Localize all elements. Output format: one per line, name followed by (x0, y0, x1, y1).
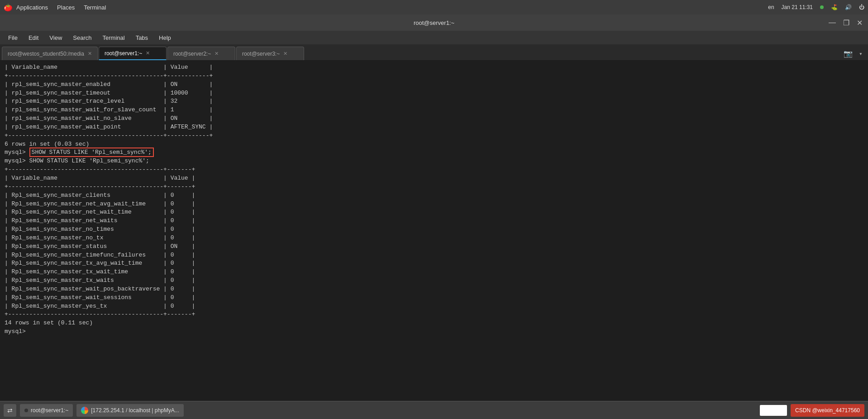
terminal-line: | Rpl_semi_sync_master_wait_sessions | 0… (5, 294, 863, 302)
mysql-prompt-end: mysql> (5, 328, 29, 335)
taskbar-browser-app[interactable]: [172.25.254.1 / localhost | phpMyA... (76, 404, 184, 417)
terminal-line: | Rpl_semi_sync_master_tx_waits | 0 | (5, 276, 863, 285)
window-controls: — ❐ ✕ (829, 19, 863, 27)
minimize-button[interactable]: — (829, 19, 836, 27)
power-icon[interactable]: ⏻ (859, 4, 864, 10)
terminal-line: | Rpl_semi_sync_master_clients | 0 | (5, 191, 863, 200)
terminal-line: mysql> SHOW STATUS LIKE 'Rpl_semi_sync%'… (5, 148, 863, 157)
tab-3[interactable]: root@server3:~ ✕ (236, 47, 304, 60)
language-indicator: en (768, 4, 774, 10)
browser-icon (81, 407, 88, 414)
tab-2[interactable]: root@server2:~ ✕ (167, 47, 235, 60)
menu-places[interactable]: Places (57, 4, 75, 11)
taskbar-terminal-app[interactable]: root@server1:~ (20, 404, 73, 417)
terminal-line: | rpl_semi_sync_master_timeout | 10000 | (5, 89, 863, 98)
tab-chevron[interactable]: ▾ (855, 48, 866, 60)
title-bar: root@server1:~ — ❐ ✕ (0, 14, 868, 31)
taskbar-browser-label: [172.25.254.1 / localhost | phpMyA... (91, 407, 179, 414)
menu-terminal[interactable]: Terminal (84, 4, 106, 11)
terminal-line: | Rpl_semi_sync_master_yes_tx | 0 | (5, 302, 863, 311)
tab-1[interactable]: root@server1:~ ✕ (99, 47, 167, 60)
terminal-line: | Variable_name | Value | (5, 174, 863, 183)
status-indicator (820, 5, 824, 9)
network-icon: ⛳ (831, 4, 838, 10)
menu-edit[interactable]: Edit (24, 33, 43, 43)
terminal-line: mysql> (5, 328, 863, 336)
taskbar-input[interactable] (760, 405, 787, 416)
csdn-badge: CSDN @weixin_44717560 (791, 404, 864, 417)
menu-search[interactable]: Search (68, 33, 96, 43)
menu-tabs[interactable]: Tabs (131, 33, 153, 43)
menu-applications[interactable]: Applications (16, 4, 48, 11)
window-title: root@server1:~ (414, 19, 454, 26)
tab-0[interactable]: root@westos_student50:/media ✕ (2, 47, 98, 60)
terminal-line: | Rpl_semi_sync_master_net_wait_time | 0… (5, 208, 863, 217)
volume-icon: 🔊 (845, 4, 852, 10)
terminal-line: +---------------------------------------… (5, 310, 863, 319)
terminal-line: +---------------------------------------… (5, 183, 863, 191)
taskbar-right: CSDN @weixin_44717560 (760, 404, 864, 417)
system-bar-left: 🍅 Applications Places Terminal (4, 3, 113, 12)
terminal-line: | Rpl_semi_sync_master_wait_pos_backtrav… (5, 285, 863, 294)
terminal-line: | Rpl_semi_sync_master_status | ON | (5, 243, 863, 251)
terminal-line: +---------------------------------------… (5, 166, 863, 174)
mysql-prompt: mysql> (5, 149, 29, 156)
taskbar-terminal-label: root@server1:~ (31, 407, 68, 414)
terminal-line: | rpl_semi_sync_master_wait_for_slave_co… (5, 106, 863, 114)
taskbar-switch-icon[interactable]: ⇄ (4, 404, 16, 417)
terminal-line: | Rpl_semi_sync_master_tx_avg_wait_time … (5, 259, 863, 268)
close-button[interactable]: ✕ (857, 19, 863, 27)
system-bar: 🍅 Applications Places Terminal en Jan 21… (0, 0, 868, 14)
menu-terminal[interactable]: Terminal (98, 33, 129, 43)
terminal-line: | Rpl_semi_sync_master_net_waits | 0 | (5, 217, 863, 225)
terminal-line: | rpl_semi_sync_master_wait_point | AFTE… (5, 123, 863, 132)
terminal-line: | Rpl_semi_sync_master_no_tx | 0 | (5, 234, 863, 243)
terminal-line: | Rpl_semi_sync_master_no_times | 0 | (5, 225, 863, 234)
csdn-label: CSDN @weixin_44717560 (795, 407, 860, 414)
tab-close-1[interactable]: ✕ (146, 50, 150, 56)
terminal-line: +---------------------------------------… (5, 72, 863, 81)
distro-icon: 🍅 (4, 3, 13, 12)
terminal-line: | rpl_semi_sync_master_trace_level | 32 … (5, 97, 863, 106)
terminal-line: | Variable_name | Value | (5, 63, 863, 72)
tab-label-1: root@server1:~ (105, 50, 142, 57)
tab-close-0[interactable]: ✕ (88, 51, 92, 57)
menu-bar: File Edit View Search Terminal Tabs Help (0, 31, 868, 44)
datetime-display: Jan 21 11:31 (782, 4, 813, 10)
terminal-line: mysql> SHOW STATUS LIKE 'Rpl_semi_sync%'… (5, 157, 863, 166)
system-bar-right: en Jan 21 11:31 ⛳ 🔊 ⏻ (768, 4, 864, 10)
terminal-line: | Rpl_semi_sync_master_net_avg_wait_time… (5, 200, 863, 209)
terminal-line: | rpl_semi_sync_master_enabled | ON | (5, 81, 863, 89)
mysql-command: SHOW STATUS LIKE 'Rpl_semi_sync%'; (29, 148, 154, 157)
terminal-line: | Rpl_semi_sync_master_tx_wait_time | 0 … (5, 268, 863, 276)
terminal-line: | rpl_semi_sync_master_wait_no_slave | O… (5, 114, 863, 123)
new-tab-button[interactable]: 📷 (841, 48, 855, 60)
terminal-line: 14 rows in set (0.11 sec) (5, 319, 863, 328)
menu-file[interactable]: File (4, 33, 22, 43)
terminal-line: +---------------------------------------… (5, 132, 863, 140)
tab-close-2[interactable]: ✕ (215, 51, 219, 57)
menu-view[interactable]: View (45, 33, 67, 43)
taskbar: ⇄ root@server1:~ [172.25.254.1 / localho… (0, 401, 868, 419)
terminal-dot (24, 409, 28, 412)
tab-close-3[interactable]: ✕ (283, 51, 287, 57)
restore-button[interactable]: ❐ (843, 19, 849, 27)
tab-bar: root@westos_student50:/media ✕ root@serv… (0, 44, 868, 61)
terminal-line: | Rpl_semi_sync_master_timefunc_failures… (5, 251, 863, 260)
tab-label-2: root@server2:~ (173, 51, 211, 57)
terminal-content[interactable]: | Variable_name | Value |+--------------… (0, 61, 868, 401)
menu-help[interactable]: Help (154, 33, 176, 43)
tab-label-0: root@westos_student50:/media (8, 51, 84, 57)
tab-label-3: root@server3:~ (242, 51, 280, 57)
